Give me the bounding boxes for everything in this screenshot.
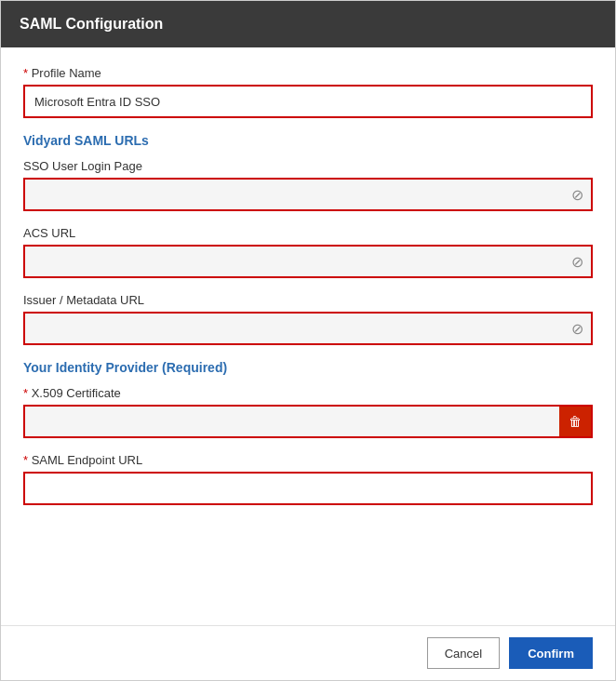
issuer-metadata-url-group: Issuer / Metadata URL ⊘	[23, 293, 593, 345]
sso-login-page-input[interactable]	[23, 178, 593, 211]
x509-cert-input[interactable]	[23, 405, 559, 438]
confirm-button[interactable]: Confirm	[509, 637, 593, 669]
sso-login-page-input-wrapper: ⊘	[23, 178, 593, 211]
saml-config-modal: SAML Configuration Profile Name Vidyard …	[0, 0, 616, 681]
x509-cert-delete-button[interactable]: 🗑	[559, 405, 593, 438]
x509-cert-label: X.509 Certificate	[23, 386, 593, 400]
issuer-metadata-url-input[interactable]	[23, 312, 593, 345]
issuer-metadata-url-label: Issuer / Metadata URL	[23, 293, 593, 307]
profile-name-input[interactable]	[23, 85, 593, 118]
modal-body: Profile Name Vidyard SAML URLs SSO User …	[1, 47, 615, 625]
profile-name-group: Profile Name	[23, 66, 593, 118]
sso-login-page-label: SSO User Login Page	[23, 159, 593, 173]
modal-footer: Cancel Confirm	[1, 625, 615, 680]
modal-title: SAML Configuration	[20, 16, 163, 32]
cancel-button[interactable]: Cancel	[427, 637, 500, 669]
acs-url-input-wrapper: ⊘	[23, 245, 593, 278]
acs-url-group: ACS URL ⊘	[23, 226, 593, 278]
x509-cert-group: X.509 Certificate 🗑	[23, 386, 593, 438]
profile-name-label: Profile Name	[23, 66, 593, 80]
acs-url-input[interactable]	[23, 245, 593, 278]
sso-login-page-group: SSO User Login Page ⊘	[23, 159, 593, 211]
x509-cert-input-wrapper: 🗑	[23, 405, 593, 438]
modal-header: SAML Configuration	[1, 1, 615, 47]
issuer-metadata-url-input-wrapper: ⊘	[23, 312, 593, 345]
saml-endpoint-url-label: SAML Endpoint URL	[23, 453, 593, 467]
trash-icon: 🗑	[569, 414, 582, 429]
saml-endpoint-url-input[interactable]	[23, 472, 593, 505]
vidyard-saml-urls-title: Vidyard SAML URLs	[23, 133, 593, 148]
saml-endpoint-url-group: SAML Endpoint URL	[23, 453, 593, 505]
identity-provider-title: Your Identity Provider (Required)	[23, 360, 593, 375]
acs-url-label: ACS URL	[23, 226, 593, 240]
